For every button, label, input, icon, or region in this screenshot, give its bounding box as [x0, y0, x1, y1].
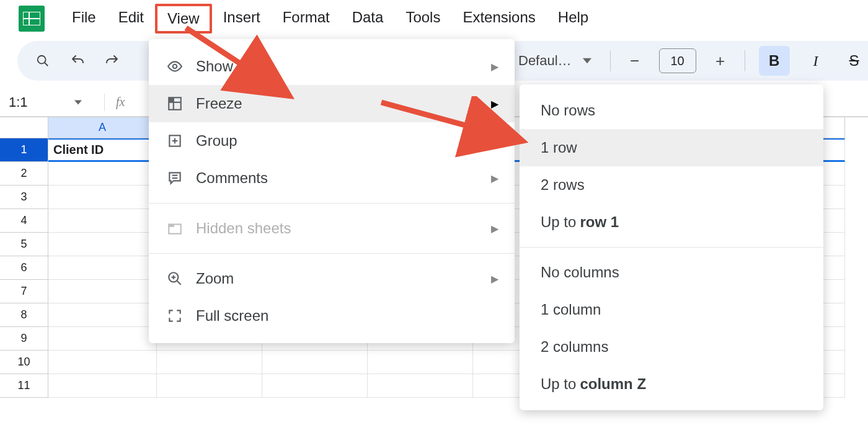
row-header[interactable]: 11	[0, 374, 48, 398]
view-menu-dropdown: Show▶Freeze▶Group▶Comments▶Hidden sheets…	[149, 39, 515, 343]
menu-file[interactable]: File	[61, 4, 107, 34]
font-size-input[interactable]: 10	[659, 48, 696, 73]
toolbar-separator	[610, 50, 611, 71]
row-header[interactable]: 5	[0, 233, 48, 256]
row-header[interactable]: 8	[0, 303, 48, 327]
chevron-down-icon	[74, 100, 82, 105]
view-menu-freeze[interactable]: Freeze▶	[149, 85, 515, 122]
cell[interactable]	[48, 209, 157, 233]
svg-point-5	[173, 65, 177, 69]
freeze-up-to-column-z[interactable]: Up to column Z	[520, 365, 823, 403]
row-header[interactable]: 3	[0, 186, 48, 209]
font-family-select[interactable]: Defaul…	[513, 53, 596, 69]
menu-item-label: 1 row	[541, 139, 577, 156]
cell[interactable]	[368, 351, 473, 374]
toolbar-separator	[745, 50, 745, 71]
row-header[interactable]: 9	[0, 327, 48, 351]
view-menu-zoom[interactable]: Zoom▶	[149, 260, 515, 297]
row-header[interactable]: 10	[0, 351, 48, 374]
menu-separator	[520, 247, 823, 248]
cell[interactable]	[368, 374, 473, 398]
menu-data[interactable]: Data	[341, 4, 395, 34]
svg-rect-16	[169, 225, 174, 227]
cell[interactable]	[48, 374, 157, 398]
svg-point-3	[38, 56, 46, 64]
font-size-value: 10	[670, 54, 684, 68]
strikethrough-button[interactable]: S	[842, 52, 867, 69]
font-size-increase-button[interactable]: +	[710, 50, 731, 71]
cell[interactable]	[48, 186, 157, 209]
freeze-2-columns[interactable]: 2 columns	[520, 328, 823, 365]
freeze-no-rows[interactable]: No rows	[520, 92, 823, 129]
menu-item-label: No columns	[541, 264, 619, 281]
menu-item-label: Hidden sheets	[196, 220, 291, 237]
cell[interactable]	[48, 327, 157, 351]
menu-item-label: Full screen	[196, 307, 268, 325]
fullscreen-icon	[165, 306, 185, 326]
row-header[interactable]: 7	[0, 280, 48, 303]
cell[interactable]	[48, 351, 157, 374]
freeze-no-columns[interactable]: No columns	[520, 254, 823, 291]
menu-insert[interactable]: Insert	[212, 4, 272, 34]
row-header[interactable]: 2	[0, 162, 48, 186]
row-header[interactable]: 1	[0, 138, 48, 162]
svg-line-4	[45, 63, 48, 66]
tab-icon	[165, 218, 185, 238]
search-button[interactable]	[32, 50, 53, 71]
row-header[interactable]: 6	[0, 256, 48, 280]
name-box[interactable]: 1:1	[0, 94, 93, 110]
fx-label: fx	[116, 95, 125, 109]
menu-view[interactable]: View	[155, 4, 212, 34]
font-size-decrease-button[interactable]: −	[624, 50, 645, 71]
view-menu-hidden-sheets: Hidden sheets▶	[149, 210, 515, 247]
sheets-app-icon[interactable]	[19, 6, 45, 32]
cell[interactable]	[157, 374, 262, 398]
freeze-1-column[interactable]: 1 column	[520, 291, 823, 328]
font-family-label: Defaul…	[518, 53, 572, 69]
freeze-1-row[interactable]: 1 row	[520, 129, 823, 166]
view-menu-show[interactable]: Show▶	[149, 48, 515, 85]
menu-help[interactable]: Help	[547, 4, 600, 34]
menu-item-label: Zoom	[196, 270, 234, 287]
cell[interactable]	[48, 162, 157, 186]
view-menu-full-screen[interactable]: Full screen	[149, 297, 515, 334]
cell[interactable]: Client ID	[48, 138, 157, 162]
freeze-submenu: No rows1 row2 rowsUp to row 1No columns1…	[520, 84, 823, 410]
svg-rect-7	[169, 97, 174, 102]
column-header[interactable]: A	[48, 117, 157, 138]
menu-format[interactable]: Format	[272, 4, 341, 34]
svg-line-18	[177, 280, 181, 285]
cell[interactable]	[48, 256, 157, 280]
menu-item-label: No rows	[541, 102, 595, 119]
separator	[104, 94, 105, 111]
menu-tools[interactable]: Tools	[394, 4, 451, 34]
cell[interactable]	[157, 351, 262, 374]
view-menu-group[interactable]: Group▶	[149, 122, 515, 159]
menu-item-label-bold: row 1	[580, 213, 619, 231]
select-all-corner[interactable]	[0, 117, 48, 138]
cell[interactable]	[262, 351, 368, 374]
cell[interactable]	[48, 233, 157, 256]
name-box-value: 1:1	[9, 94, 28, 110]
submenu-arrow-icon: ▶	[491, 61, 498, 73]
menu-extensions[interactable]: Extensions	[451, 4, 546, 34]
freeze-2-rows[interactable]: 2 rows	[520, 166, 823, 204]
redo-icon	[105, 53, 120, 68]
cell[interactable]	[48, 280, 157, 303]
menu-item-label: Up to	[541, 213, 576, 231]
bold-button[interactable]: B	[759, 46, 790, 76]
row-header[interactable]: 4	[0, 209, 48, 233]
submenu-arrow-icon: ▶	[491, 223, 498, 235]
redo-button[interactable]	[102, 50, 123, 71]
cell[interactable]	[48, 303, 157, 327]
submenu-arrow-icon: ▶	[491, 273, 498, 285]
italic-button[interactable]: I	[804, 53, 828, 69]
menu-item-label: Freeze	[196, 95, 242, 112]
cell[interactable]	[262, 374, 368, 398]
menu-edit[interactable]: Edit	[107, 4, 155, 34]
freeze-up-to-row-1[interactable]: Up to row 1	[520, 204, 823, 241]
view-menu-comments[interactable]: Comments▶	[149, 159, 515, 197]
menu-separator	[149, 203, 515, 204]
eye-icon	[165, 56, 185, 76]
undo-button[interactable]	[67, 50, 88, 71]
